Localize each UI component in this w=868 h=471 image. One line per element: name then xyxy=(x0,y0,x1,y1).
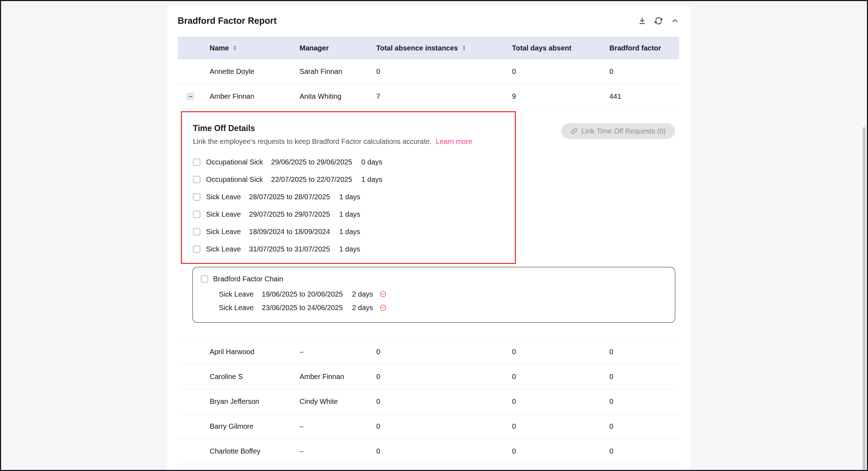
cell-manager: – xyxy=(300,447,376,455)
cell-manager: Sarah Finnan xyxy=(300,67,376,76)
request-date-range: 22/07/2025 to 22/07/2025 xyxy=(271,175,352,184)
column-label-instances: Total absence instances xyxy=(376,44,458,52)
cell-name: April Harwood xyxy=(210,348,300,356)
link-icon xyxy=(571,128,578,135)
time-off-request-row: Sick Leave 28/07/2025 to 28/07/2025 1 da… xyxy=(193,188,505,206)
cell-bradford-factor: 0 xyxy=(609,447,679,455)
cell-total-days-absent: 0 xyxy=(512,348,609,356)
column-header-total-absence-instances[interactable]: Total absence instances xyxy=(376,44,512,52)
request-checkbox[interactable] xyxy=(193,193,200,201)
time-off-details-title: Time Off Details xyxy=(193,124,505,133)
chain-item-type: Sick Leave xyxy=(219,290,254,298)
time-off-request-row: Sick Leave 31/07/2025 to 31/07/2025 1 da… xyxy=(193,240,505,258)
request-days: 1 days xyxy=(361,175,382,184)
request-checkbox[interactable] xyxy=(193,228,200,236)
request-checkbox[interactable] xyxy=(193,158,200,166)
page-title: Bradford Factor Report xyxy=(178,16,277,26)
table-row-expanded: − Amber Finnan Anita Whiting 7 9 441 xyxy=(178,84,679,109)
time-off-request-row: Sick Leave 29/07/2025 to 29/07/2025 1 da… xyxy=(193,206,505,223)
request-days: 1 days xyxy=(339,193,360,201)
chain-item-days: 2 days xyxy=(352,290,373,298)
cell-name: Amber Finnan xyxy=(210,92,300,101)
cell-total-absence-instances: 7 xyxy=(376,92,512,101)
refresh-icon[interactable] xyxy=(654,16,663,25)
request-days: 1 days xyxy=(339,210,360,218)
cell-total-days-absent: 0 xyxy=(512,422,609,431)
column-header-manager: Manager xyxy=(300,44,376,52)
request-date-range: 31/07/2025 to 31/07/2025 xyxy=(249,245,330,253)
download-icon[interactable] xyxy=(637,16,647,25)
sort-icon xyxy=(232,45,238,51)
expander-cell: − xyxy=(178,93,210,100)
request-date-range: 18/09/2024 to 18/09/2024 xyxy=(249,228,330,236)
expanded-top-section: Time Off Details Link the employee's req… xyxy=(178,111,679,264)
cell-bradford-factor: 0 xyxy=(609,67,679,76)
column-label-name: Name xyxy=(210,44,229,52)
chain-item-date-range: 23/06/2025 to 24/06/2025 xyxy=(262,304,343,312)
column-label-days: Total days absent xyxy=(512,44,571,52)
cell-total-absence-instances: 0 xyxy=(376,397,512,406)
table-row: Annette Doyle Sarah Finnan 0 0 0 xyxy=(178,59,679,84)
card-header: Bradford Factor Report xyxy=(178,14,679,27)
column-label-factor: Bradford factor xyxy=(609,44,661,52)
time-off-details-description: Link the employee's requests to keep Bra… xyxy=(193,137,505,146)
cell-manager: Amber Finnan xyxy=(300,373,376,381)
chain-checkbox[interactable] xyxy=(201,275,208,283)
cell-bradford-factor: 0 xyxy=(609,348,679,356)
cell-manager: – xyxy=(300,422,376,431)
cell-manager: Cindy White xyxy=(300,397,376,406)
learn-more-link[interactable]: Learn more xyxy=(436,137,472,145)
table-row: Bryan Jefferson Cindy White 0 0 0 xyxy=(178,389,679,414)
chain-item-type: Sick Leave xyxy=(219,304,254,312)
table-header: Name Manager Total absence instances Tot… xyxy=(178,37,679,59)
cell-total-absence-instances: 0 xyxy=(376,348,512,356)
request-date-range: 29/06/2025 to 29/06/2025 xyxy=(271,158,352,166)
scrollbar[interactable] xyxy=(863,127,866,470)
chain-title: Bradford Factor Chain xyxy=(213,275,283,283)
cell-name: Bryan Jefferson xyxy=(210,397,300,406)
request-type: Sick Leave xyxy=(206,245,241,253)
request-date-range: 28/07/2025 to 28/07/2025 xyxy=(249,193,330,201)
request-type: Occupational Sick xyxy=(206,158,263,166)
request-date-range: 29/07/2025 to 29/07/2025 xyxy=(249,210,330,218)
cell-bradford-factor: 441 xyxy=(609,92,679,101)
cell-bradford-factor: 0 xyxy=(609,373,679,381)
remove-from-chain-icon[interactable] xyxy=(379,291,387,298)
time-off-request-row: Occupational Sick 29/06/2025 to 29/06/20… xyxy=(193,153,505,171)
card-actions xyxy=(637,16,679,25)
request-days: 1 days xyxy=(339,228,360,236)
chain-item-row: Sick Leave 23/06/2025 to 24/06/2025 2 da… xyxy=(219,301,668,314)
request-checkbox[interactable] xyxy=(193,245,200,253)
column-header-name[interactable]: Name xyxy=(210,44,300,52)
time-off-details-highlight: Time Off Details Link the employee's req… xyxy=(181,111,516,264)
table-row: Charlotte Boffey – 0 0 0 xyxy=(178,439,679,464)
cell-name: Caroline S xyxy=(210,373,300,381)
request-checkbox[interactable] xyxy=(193,211,200,218)
chain-item-date-range: 19/06/2025 to 20/06/2025 xyxy=(262,290,343,298)
cell-name: Barry Gilmore xyxy=(210,422,300,431)
collapse-row-button[interactable]: − xyxy=(187,93,194,100)
cell-total-absence-instances: 0 xyxy=(376,422,512,431)
remove-from-chain-icon[interactable] xyxy=(379,304,387,311)
request-days: 1 days xyxy=(339,245,360,253)
chain-list: Sick Leave 19/06/2025 to 20/06/2025 2 da… xyxy=(219,287,668,314)
link-time-off-requests-button[interactable]: Link Time Off Requests (0) xyxy=(561,123,675,139)
cell-name: Annette Doyle xyxy=(210,67,300,76)
table-body: April Harwood – 0 0 0 Caroline S Amber F… xyxy=(178,339,679,471)
collapse-panel-icon[interactable] xyxy=(670,16,679,25)
cell-total-days-absent: 9 xyxy=(512,92,609,101)
cell-name: Charlotte Boffey xyxy=(210,447,300,455)
request-type: Occupational Sick xyxy=(206,175,263,184)
cell-manager: Anita Whiting xyxy=(300,92,376,101)
cell-total-absence-instances: 0 xyxy=(376,447,512,455)
request-checkbox[interactable] xyxy=(193,176,200,183)
screenshot-frame: Bradford Factor Report xyxy=(0,0,868,471)
table-row: April Harwood – 0 0 0 xyxy=(178,340,679,364)
link-button-label: Link Time Off Requests (0) xyxy=(582,127,666,135)
cell-total-days-absent: 0 xyxy=(512,373,609,381)
table-row: Anita Whiting Sarah Finnan 0 0 0 xyxy=(178,464,679,471)
cell-total-absence-instances: 0 xyxy=(376,373,512,381)
table-row: Barry Gilmore – 0 0 0 xyxy=(178,414,679,439)
expanded-row-details: Time Off Details Link the employee's req… xyxy=(178,109,679,323)
time-off-request-list: Occupational Sick 29/06/2025 to 29/06/20… xyxy=(193,153,505,258)
